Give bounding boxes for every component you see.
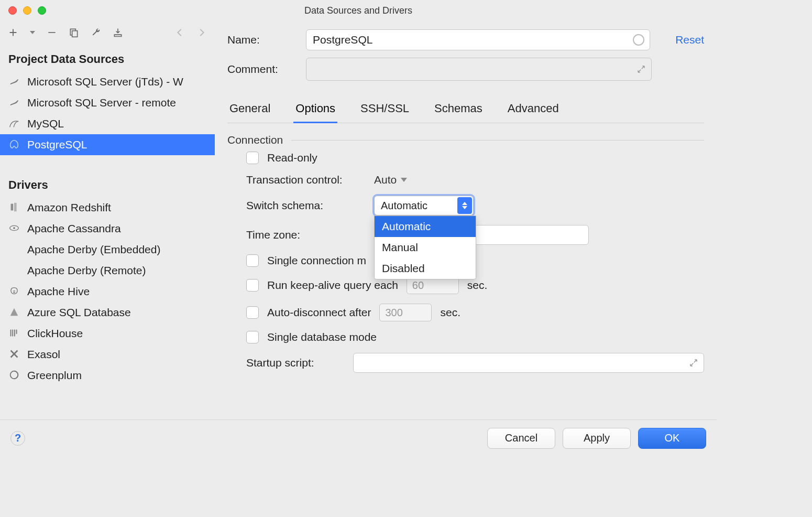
back-arrow-icon[interactable]: [174, 27, 185, 38]
driver-item[interactable]: Greenplum: [0, 365, 215, 386]
item-label: Apache Hive: [27, 285, 90, 298]
item-label: Microsoft SQL Server (jTds) - W: [27, 76, 183, 88]
single-db-checkbox[interactable]: [246, 331, 259, 343]
item-label: PostgreSQL: [27, 138, 87, 151]
chevron-down-icon: [401, 178, 407, 182]
transaction-control-label: Transaction control:: [246, 174, 361, 186]
autodisconnect-value: 300: [385, 307, 402, 319]
ok-label: OK: [665, 432, 680, 444]
item-label: Azure SQL Database: [27, 306, 131, 319]
azure-icon: [8, 306, 21, 319]
toolbar-caret-icon[interactable]: [29, 27, 36, 38]
data-source-item[interactable]: Microsoft SQL Server (jTds) - W: [0, 71, 215, 92]
import-icon[interactable]: [112, 27, 124, 38]
item-label: Apache Derby (Embedded): [27, 243, 160, 256]
keepalive-value: 60: [412, 279, 424, 292]
driver-item[interactable]: Apache Derby (Remote): [0, 260, 215, 281]
data-source-item[interactable]: MySQL: [0, 113, 215, 134]
keepalive-checkbox[interactable]: [246, 279, 259, 292]
reset-link[interactable]: Reset: [675, 34, 704, 46]
driver-item[interactable]: Apache Derby (Embedded): [0, 239, 215, 260]
driver-item[interactable]: Apache Hive: [0, 281, 215, 302]
comment-input[interactable]: [306, 58, 652, 81]
dropdown-option[interactable]: Automatic: [375, 216, 476, 237]
autodisconnect-checkbox[interactable]: [246, 306, 259, 319]
item-label: Amazon Redshift: [27, 201, 111, 214]
keepalive-label: Run keep-alive query each: [267, 279, 398, 292]
cancel-button[interactable]: Cancel: [487, 428, 555, 449]
dropdown-option[interactable]: Manual: [375, 237, 476, 258]
svg-rect-0: [48, 32, 55, 33]
dropdown-option[interactable]: Disabled: [375, 258, 476, 279]
transaction-control-value[interactable]: Auto: [374, 174, 407, 186]
readonly-checkbox[interactable]: [246, 152, 259, 164]
driver-item[interactable]: Amazon Redshift: [0, 197, 215, 218]
item-label: Greenplum: [27, 369, 82, 382]
wrench-icon[interactable]: [90, 27, 102, 38]
transaction-control-row: Transaction control: Auto: [246, 174, 704, 186]
timezone-label: Time zone:: [246, 229, 361, 241]
expand-icon[interactable]: [637, 64, 646, 74]
autodisconnect-label: Auto-disconnect after: [267, 306, 371, 319]
tab-advanced[interactable]: Advanced: [506, 96, 561, 123]
item-label: Microsoft SQL Server - remote: [27, 96, 176, 109]
clickhouse-icon: [8, 327, 21, 340]
driver-item[interactable]: Exasol: [0, 344, 215, 365]
tabs: General Options SSH/SSL Schemas Advanced: [227, 96, 704, 123]
postgresql-icon: [8, 138, 21, 151]
name-input[interactable]: PostgreSQL: [306, 29, 650, 50]
readonly-label: Read-only: [267, 152, 317, 164]
switch-schema-label: Switch schema:: [246, 199, 361, 212]
startup-script-input[interactable]: [353, 353, 704, 373]
apply-label: Apply: [584, 432, 610, 444]
single-connection-label: Single connection m: [267, 254, 366, 267]
data-source-item[interactable]: PostgreSQL: [0, 134, 215, 155]
connection-form: Read-only Transaction control: Auto Swit…: [227, 152, 704, 373]
mssql-icon: [8, 76, 21, 88]
tab-ssh-ssl[interactable]: SSH/SSL: [358, 96, 411, 123]
mssql-icon: [8, 96, 21, 109]
svg-rect-2: [72, 31, 78, 37]
forward-arrow-icon[interactable]: [196, 27, 207, 38]
autodisconnect-input[interactable]: 300: [379, 304, 432, 321]
item-label: MySQL: [27, 117, 64, 130]
driver-item[interactable]: Azure SQL Database: [0, 302, 215, 323]
single-connection-checkbox[interactable]: [246, 254, 259, 267]
select-caret-icon: [457, 197, 472, 214]
help-button[interactable]: ?: [10, 431, 25, 446]
ok-button[interactable]: OK: [638, 428, 706, 449]
item-label: Apache Cassandra: [27, 222, 121, 235]
remove-icon[interactable]: [46, 27, 58, 38]
item-label: Apache Derby (Remote): [27, 264, 146, 277]
tab-general[interactable]: General: [227, 96, 272, 123]
tx-value-text: Auto: [374, 174, 397, 186]
autodisconnect-row: Auto-disconnect after 300 sec.: [246, 304, 704, 321]
readonly-row: Read-only: [246, 152, 704, 164]
derby-icon: [8, 264, 21, 277]
titlebar: Data Sources and Drivers: [0, 0, 717, 21]
switch-schema-select[interactable]: Automatic: [374, 196, 474, 216]
add-icon[interactable]: [7, 27, 19, 38]
item-label: Exasol: [27, 348, 60, 361]
data-source-item[interactable]: Microsoft SQL Server - remote: [0, 92, 215, 113]
switch-schema-value: Automatic: [381, 200, 427, 212]
name-row: Name: PostgreSQL Reset: [227, 29, 704, 50]
driver-item[interactable]: ClickHouse: [0, 323, 215, 344]
hive-icon: [8, 285, 21, 298]
driver-item[interactable]: Apache Cassandra: [0, 218, 215, 239]
name-value: PostgreSQL: [313, 34, 372, 46]
svg-rect-3: [11, 204, 14, 211]
tab-options[interactable]: Options: [293, 96, 337, 123]
redshift-icon: [8, 201, 21, 214]
copy-icon[interactable]: [68, 27, 80, 38]
project-data-sources-title: Project Data Sources: [0, 44, 215, 71]
expand-icon[interactable]: [689, 358, 698, 368]
startup-script-row: Startup script:: [227, 353, 704, 373]
drivers-title: Drivers: [0, 170, 215, 197]
sidebar-toolbar: [0, 21, 215, 44]
apply-button[interactable]: Apply: [563, 428, 631, 449]
comment-row: Comment:: [227, 58, 704, 81]
dialog-body: Project Data Sources Microsoft SQL Serve…: [0, 21, 717, 419]
tab-schemas[interactable]: Schemas: [432, 96, 485, 123]
help-icon: ?: [15, 432, 21, 444]
